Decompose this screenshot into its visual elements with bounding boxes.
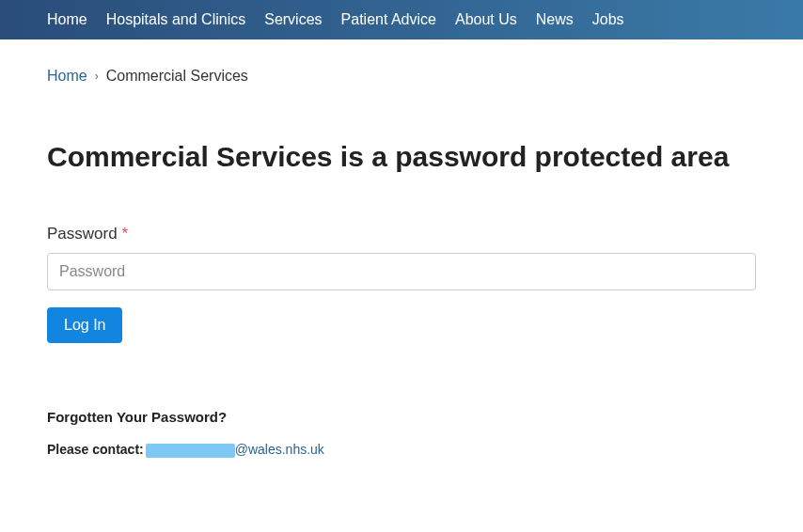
main-content: Home › Commercial Services Commercial Se… [0, 39, 803, 486]
page-title: Commercial Services is a password protec… [47, 141, 756, 173]
breadcrumb-separator: › [95, 70, 99, 83]
nav-hospitals[interactable]: Hospitals and Clinics [97, 11, 256, 28]
main-navbar: Home Hospitals and Clinics Services Pati… [0, 0, 803, 39]
nav-patient-advice[interactable]: Patient Advice [332, 11, 446, 28]
nav-jobs[interactable]: Jobs [583, 11, 634, 28]
redacted-email-user [146, 444, 235, 458]
password-label: Password * [47, 225, 756, 243]
contact-label: Please contact: [47, 442, 144, 457]
contact-email-domain[interactable]: @wales.nhs.uk [235, 442, 324, 457]
nav-about-us[interactable]: About Us [446, 11, 527, 28]
nav-home[interactable]: Home [47, 11, 97, 28]
nav-services[interactable]: Services [255, 11, 331, 28]
forgotten-title: Forgotten Your Password? [47, 409, 756, 425]
contact-line: Please contact:@wales.nhs.uk [47, 442, 756, 458]
required-indicator: * [121, 225, 128, 243]
breadcrumb-home[interactable]: Home [47, 68, 87, 85]
password-input[interactable] [47, 253, 756, 290]
breadcrumb-current: Commercial Services [106, 68, 248, 85]
breadcrumb: Home › Commercial Services [47, 68, 756, 85]
nav-news[interactable]: News [527, 11, 583, 28]
login-button[interactable]: Log In [47, 307, 122, 343]
forgotten-section: Forgotten Your Password? Please contact:… [47, 409, 756, 458]
password-label-text: Password [47, 225, 118, 243]
